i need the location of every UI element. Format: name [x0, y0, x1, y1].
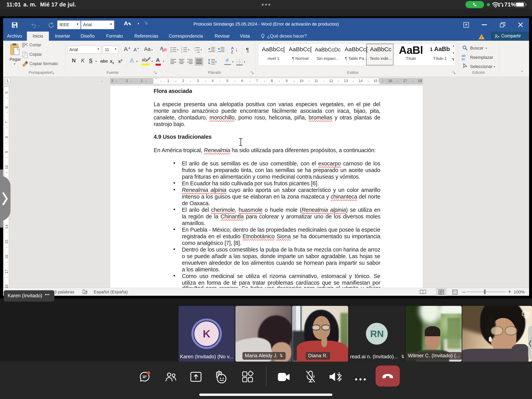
svg-text:i: i [196, 51, 196, 53]
svg-text:a: a [195, 49, 196, 51]
svg-text:1: 1 [194, 47, 195, 49]
svg-text:2: 2 [181, 49, 182, 51]
svg-text:3: 3 [181, 51, 182, 53]
svg-text:1: 1 [181, 46, 182, 49]
